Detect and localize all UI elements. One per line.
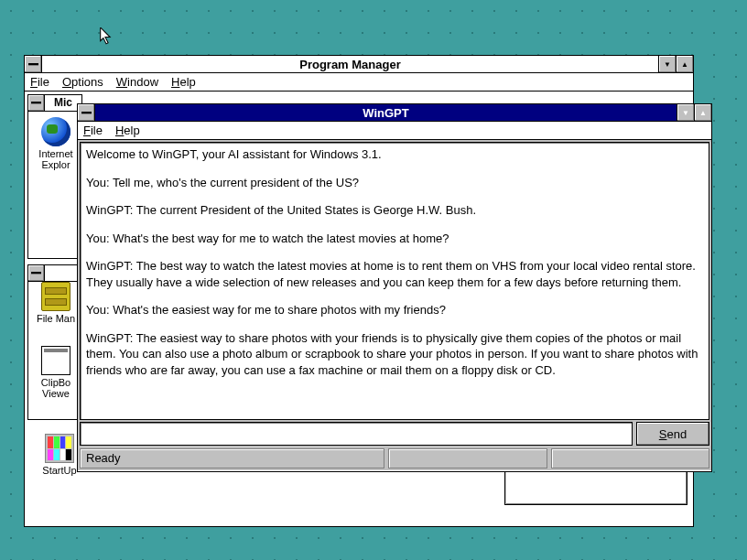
status-bar: Ready bbox=[80, 448, 709, 468]
icon-file-manager[interactable]: File Man bbox=[28, 282, 83, 324]
chat-line: WinGPT: The best way to watch the latest… bbox=[86, 258, 703, 290]
wingpt-window: WinGPT File Help Welcome to WinGPT, your… bbox=[77, 103, 712, 472]
pm-minimized-group[interactable] bbox=[504, 470, 687, 505]
wingpt-body: Welcome to WinGPT, your AI assistant for… bbox=[78, 140, 711, 470]
menu-options[interactable]: Options bbox=[62, 75, 103, 89]
chat-line: WinGPT: The easiest way to share photos … bbox=[86, 330, 703, 379]
wingpt-menubar: File Help bbox=[78, 122, 711, 140]
chat-line: You: What's the best way for me to watch… bbox=[86, 231, 703, 247]
icon-label: File Man bbox=[28, 313, 83, 324]
chat-line: WinGPT: The current President of the Uni… bbox=[86, 202, 703, 219]
system-menu-icon[interactable] bbox=[78, 104, 95, 121]
group-window-2[interactable]: File Man ClipBoViewe bbox=[27, 264, 82, 420]
status-panel-2 bbox=[388, 448, 547, 468]
pm-title: Program Manager bbox=[42, 56, 658, 72]
maximize-icon[interactable] bbox=[676, 56, 693, 72]
pm-titlebar[interactable]: Program Manager bbox=[25, 56, 693, 73]
input-row: Send bbox=[80, 422, 709, 446]
minimize-icon[interactable] bbox=[658, 56, 676, 72]
wingpt-titlebar[interactable]: WinGPT bbox=[78, 104, 711, 122]
menu-help[interactable]: Help bbox=[115, 124, 140, 137]
group-window-mic[interactable]: Mic InternetExplor bbox=[27, 94, 82, 259]
icon-label: InternetExplor bbox=[28, 148, 83, 170]
pm-menubar: File Options Window Help bbox=[25, 73, 693, 92]
menu-help[interactable]: Help bbox=[171, 75, 196, 89]
group-sysmenu-icon[interactable] bbox=[28, 265, 45, 281]
program-group-icon bbox=[45, 434, 74, 463]
group-title-text bbox=[45, 265, 81, 281]
system-menu-icon[interactable] bbox=[25, 56, 42, 72]
chat-log: Welcome to WinGPT, your AI assistant for… bbox=[80, 142, 709, 420]
chat-line: You: What's the easiest way for me to sh… bbox=[86, 302, 703, 318]
chat-input[interactable] bbox=[80, 422, 633, 446]
menu-file[interactable]: File bbox=[83, 124, 103, 137]
clipbook-icon bbox=[41, 346, 70, 375]
chat-line: You: Tell me, who's the current presiden… bbox=[86, 175, 703, 191]
group-title-text: Mic bbox=[45, 95, 81, 111]
minimize-icon[interactable] bbox=[677, 104, 694, 121]
icon-label: ClipBoViewe bbox=[28, 377, 83, 399]
status-text: Ready bbox=[80, 448, 384, 468]
chat-line: Welcome to WinGPT, your AI assistant for… bbox=[86, 146, 703, 163]
wingpt-title: WinGPT bbox=[95, 104, 677, 121]
status-panel-3 bbox=[551, 448, 710, 468]
maximize-icon[interactable] bbox=[694, 104, 711, 121]
globe-icon bbox=[41, 117, 70, 146]
group-sysmenu-icon[interactable] bbox=[28, 95, 45, 111]
send-button[interactable]: Send bbox=[636, 422, 709, 446]
icon-clipbook-viewer[interactable]: ClipBoViewe bbox=[28, 346, 83, 399]
menu-file[interactable]: File bbox=[30, 75, 49, 89]
menu-window[interactable]: Window bbox=[116, 75, 158, 89]
file-cabinet-icon bbox=[41, 282, 70, 311]
icon-internet-explorer[interactable]: InternetExplor bbox=[28, 117, 83, 170]
